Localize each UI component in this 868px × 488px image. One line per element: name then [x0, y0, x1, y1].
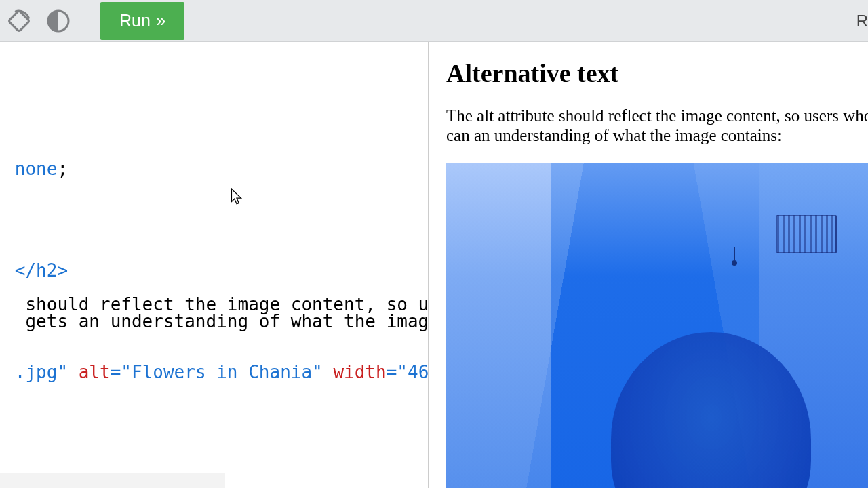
code-string: .jpg" [15, 362, 68, 382]
code-closing-tag: </h2> [15, 260, 68, 281]
code-text-line: gets an understanding of what the image … [15, 311, 429, 331]
code-content[interactable]: none; </h2> should reflect the image con… [0, 42, 429, 381]
code-editor-pane[interactable]: none; </h2> should reflect the image con… [0, 42, 429, 488]
code-attr-width: width [333, 362, 386, 382]
orientation-icon[interactable] [5, 7, 33, 35]
theme-toggle-icon[interactable] [45, 7, 72, 35]
run-button-label: Run [119, 11, 151, 30]
code-value: none [15, 159, 58, 179]
toolbar-right-label: R [856, 12, 868, 30]
output-heading: Alternative text [446, 58, 868, 88]
code-attr-alt: alt [79, 362, 111, 382]
workspace: none; </h2> should reflect the image con… [0, 42, 868, 488]
output-image [446, 163, 868, 488]
output-pane: Alternative text The alt attribute shoul… [429, 42, 868, 488]
toolbar-left: Run » [5, 2, 184, 40]
toolbar: Run » R [0, 0, 868, 42]
horizontal-scrollbar[interactable] [0, 473, 225, 488]
run-button[interactable]: Run » [100, 2, 184, 40]
output-paragraph: The alt attribute should reflect the ima… [446, 106, 868, 145]
chevron-right-icon: » [156, 12, 165, 29]
toolbar-right-partial: R [856, 0, 868, 42]
